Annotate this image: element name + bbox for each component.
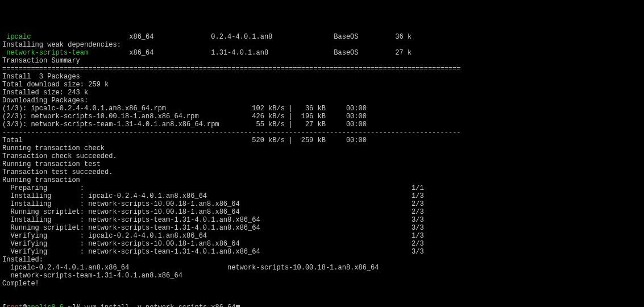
- terminal-line: ========================================…: [2, 65, 642, 73]
- terminal-line: Downloading Packages:: [2, 97, 642, 105]
- terminal-line: Installing : network-scripts-team-1.31-4…: [2, 216, 642, 224]
- shell-prompt-line[interactable]: [root@anolis8.6 ~]# yum install -y netwo…: [2, 304, 642, 307]
- terminal-line: Installing : network-scripts-10.00.18-1.…: [2, 200, 642, 208]
- terminal-line: Verifying : ipcalc-0.2.4-4.0.1.an8.x86_6…: [2, 232, 642, 240]
- terminal-line: Install 3 Packages: [2, 73, 642, 81]
- terminal-line: (1/3): ipcalc-0.2.4-4.0.1.an8.x86_64.rpm…: [2, 105, 642, 113]
- command-input[interactable]: yum install -y network-scripts.x86_64: [80, 304, 236, 307]
- terminal-line: network-scripts-team-1.31-4.0.1.an8.x86_…: [2, 272, 642, 280]
- terminal-line: ipcalc-0.2.4-4.0.1.an8.x86_64 network-sc…: [2, 264, 642, 272]
- terminal-line: Installed:: [2, 256, 642, 264]
- terminal-line: Installed size: 243 k: [2, 89, 642, 97]
- prompt-host: anolis8.6: [27, 304, 64, 307]
- terminal-line: (3/3): network-scripts-team-1.31-4.0.1.a…: [2, 121, 642, 128]
- terminal-line: Complete!: [2, 280, 642, 288]
- cursor-icon: [236, 305, 240, 307]
- terminal-line: Installing : ipcalc-0.2.4-4.0.1.an8.x86_…: [2, 192, 642, 200]
- terminal-line: Running scriptlet: network-scripts-10.00…: [2, 208, 642, 216]
- prompt-bracket-close: ]#: [72, 304, 80, 307]
- terminal-line: Total 520 kB/s | 259 kB 00:00: [2, 136, 642, 144]
- terminal-line: Verifying : network-scripts-10.00.18-1.a…: [2, 240, 642, 248]
- terminal-line: network-scripts-team x86_64 1.31-4.0.1.a…: [2, 49, 642, 57]
- terminal-line: Total download size: 259 k: [2, 81, 642, 89]
- terminal-line: ----------------------------------------…: [2, 128, 642, 136]
- terminal-line: Running transaction test: [2, 160, 642, 168]
- terminal-output[interactable]: ipcalc x86_64 0.2.4-4.0.1.an8 BaseOS 36 …: [2, 33, 642, 288]
- terminal-line: Transaction Summary: [2, 57, 642, 65]
- terminal-line: Running scriptlet: network-scripts-team-…: [2, 224, 642, 232]
- terminal-line: ipcalc x86_64 0.2.4-4.0.1.an8 BaseOS 36 …: [2, 33, 642, 41]
- terminal-line: Transaction check succeeded.: [2, 152, 642, 160]
- prompt-path: ~: [64, 304, 72, 307]
- terminal-line: (2/3): network-scripts-10.00.18-1.an8.x8…: [2, 113, 642, 121]
- terminal-line: Running transaction check: [2, 144, 642, 152]
- terminal-line: Transaction test succeeded.: [2, 168, 642, 176]
- terminal-line: Verifying : network-scripts-team-1.31-4.…: [2, 248, 642, 256]
- terminal-line: Running transaction: [2, 176, 642, 184]
- terminal-line: Installing weak dependencies:: [2, 41, 642, 49]
- prompt-user: root: [6, 304, 23, 307]
- terminal-line: Preparing : 1/1: [2, 184, 642, 192]
